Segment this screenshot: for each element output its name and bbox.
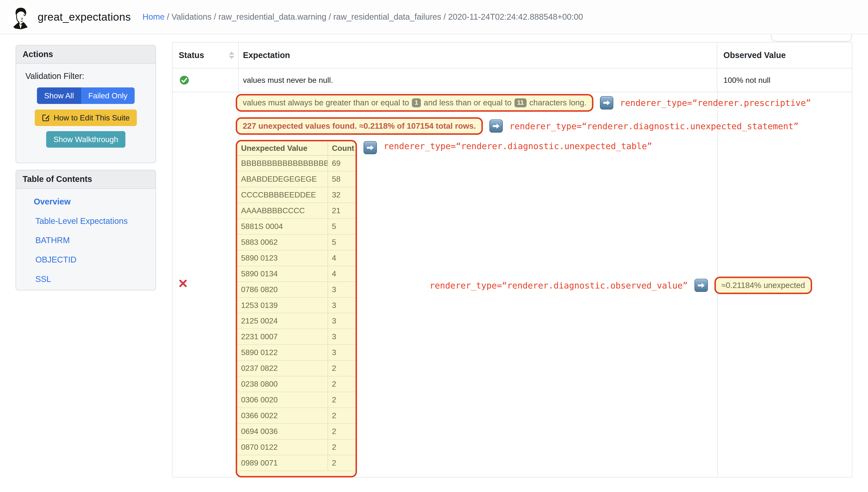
breadcrumb-home-link[interactable]: Home <box>142 12 165 21</box>
unexpected-table-row: 2231 0007 3 <box>237 329 355 345</box>
unexpected-table-annotation-line: Unexpected Value Count BBBBBBBBBBBBBBBBB… <box>236 140 652 477</box>
unexpected-table-row: 1253 0139 3 <box>237 298 355 314</box>
count-cell: 2 <box>328 376 355 392</box>
edit-suite-button[interactable]: How to Edit This Suite <box>35 109 137 126</box>
edit-suite-label: How to Edit This Suite <box>54 114 130 122</box>
unexpected-value-cell: 2231 0007 <box>237 329 328 344</box>
right-arrow-icon[interactable] <box>600 96 613 109</box>
count-cell: 5 <box>328 235 355 250</box>
count-cell: 58 <box>328 171 355 187</box>
unexpected-table-row: 5881S 0004 5 <box>237 219 355 235</box>
unexpected-table-row: 0237 0822 2 <box>237 361 355 376</box>
fail-x-icon <box>179 279 187 288</box>
toc-item[interactable]: Table-Level Expectations <box>36 217 156 225</box>
unexpected-table-row: CCCCBBBBEEDDEE 32 <box>237 187 355 203</box>
unexpected-values-table: Unexpected Value Count BBBBBBBBBBBBBBBBB… <box>236 140 357 477</box>
show-all-button[interactable]: Show All <box>37 88 81 104</box>
unexpected-table-row: 0694 0036 2 <box>237 424 355 440</box>
unexpected-value-cell: CCCCBBBBEEDDEE <box>237 187 328 202</box>
observed-value-annotation-line: renderer_type=“renderer.diagnostic.obser… <box>430 277 812 294</box>
validation-table: Status Expectation Observed Value values… <box>172 42 852 477</box>
toc-item[interactable]: BATHRM <box>36 236 156 244</box>
unexpected-value-cell: 0786 0820 <box>237 282 328 297</box>
renderer-statement-code: renderer_type=“renderer.diagnostic.unexp… <box>509 121 798 131</box>
unexpected-table-row: 2125 0024 3 <box>237 313 355 329</box>
failed-only-button[interactable]: Failed Only <box>81 88 135 104</box>
unexpected-table-body: BBBBBBBBBBBBBBBBB 69 ABABDEDEGEGEGE 58 C… <box>237 156 355 471</box>
unexpected-table-row: 5883 0062 5 <box>237 235 355 250</box>
count-cell: 2 <box>328 455 355 471</box>
breadcrumb: Home / Validations / raw_residential_dat… <box>142 12 583 22</box>
renderer-observed-code: renderer_type=“renderer.diagnostic.obser… <box>430 280 688 291</box>
actions-panel: Actions Validation Filter: Show All Fail… <box>16 45 156 164</box>
unexpected-table-row: 0870 0122 2 <box>237 440 355 455</box>
toc-item[interactable]: Overview <box>34 197 156 206</box>
prescriptive-annotation-line: values must always be greater than or eq… <box>236 94 811 112</box>
show-walkthrough-button[interactable]: Show Walkthrough <box>46 131 125 148</box>
unexpected-value-cell: 2125 0024 <box>237 313 328 328</box>
unexpected-value-cell: 0870 0122 <box>237 440 328 455</box>
renderer-table-code: renderer_type=“renderer.diagnostic.unexp… <box>383 141 652 151</box>
prescriptive-highlight-box: values must always be greater than or eq… <box>236 94 593 112</box>
unexpected-value-cell: 0306 0020 <box>237 392 328 408</box>
unexpected-table-row: 0786 0820 3 <box>237 282 355 298</box>
partially-visible-button[interactable] <box>771 34 852 42</box>
unexpected-table-row: ABABDEDEGEGEGE 58 <box>237 171 355 187</box>
unexpected-table-row: 0366 0022 2 <box>237 408 355 424</box>
page: great_expectations Home / Validations / … <box>0 0 868 492</box>
expectation-row-passed: values must never be null. 100% not null <box>172 69 852 92</box>
validation-filter-group: Show All Failed Only <box>37 88 135 104</box>
count-cell: 2 <box>328 408 355 423</box>
expectation-row-failed: values must always be greater than or eq… <box>172 92 852 477</box>
unexpected-value-column-header: Unexpected Value <box>237 141 328 155</box>
count-cell: 21 <box>328 203 355 218</box>
toc-item[interactable]: OBJECTID <box>36 255 156 264</box>
unexpected-value-cell: AAAABBBBCCCC <box>237 203 328 218</box>
toc-panel-title: Table of Contents <box>16 170 156 189</box>
observed-value-text: 100% not null <box>717 69 852 92</box>
max-length-badge: 11 <box>514 98 526 107</box>
toc-item[interactable]: SSL <box>36 275 156 283</box>
unexpected-value-cell: 0366 0022 <box>237 408 328 423</box>
renderer-prescriptive-code: renderer_type=“renderer.prescriptive” <box>620 98 811 108</box>
table-header-row: Status Expectation Observed Value <box>172 43 852 69</box>
unexpected-table-row: BBBBBBBBBBBBBBBBB 69 <box>237 156 355 171</box>
unexpected-value-cell: 5883 0062 <box>237 235 328 250</box>
unexpected-table-header: Unexpected Value Count <box>237 141 355 156</box>
count-column-header: Count <box>328 141 355 155</box>
unexpected-statement-annotation-line: 227 unexpected values found. ≈0.2118% of… <box>236 117 798 135</box>
count-cell: 2 <box>328 392 355 408</box>
count-cell: 4 <box>328 266 355 281</box>
toc-panel: Table of Contents Overview Table-Level E… <box>16 170 156 291</box>
unexpected-table-row: 0306 0020 2 <box>237 392 355 408</box>
unexpected-value-cell: 1253 0139 <box>237 298 328 313</box>
brand-title: great_expectations <box>38 11 131 23</box>
sort-arrows-icon[interactable] <box>229 51 234 59</box>
unexpected-table-row: 0989 0071 2 <box>237 455 355 471</box>
unexpected-value-cell: 5881S 0004 <box>237 219 328 234</box>
unexpected-value-cell: 0237 0822 <box>237 361 328 376</box>
expectation-column-header: Expectation <box>239 43 718 68</box>
count-cell: 2 <box>328 424 355 439</box>
validation-filter-label: Validation Filter: <box>25 71 156 81</box>
right-arrow-icon[interactable] <box>695 279 708 292</box>
breadcrumb-path: / Validations / raw_residential_data.war… <box>165 12 583 21</box>
unexpected-table-row: 5890 0123 4 <box>237 250 355 266</box>
right-arrow-icon[interactable] <box>489 120 503 133</box>
great-expectations-logo-icon <box>8 4 33 30</box>
count-cell: 4 <box>328 250 355 266</box>
expectation-text: values must never be null. <box>239 69 718 92</box>
count-cell: 69 <box>328 156 355 171</box>
right-arrow-icon[interactable] <box>363 141 377 154</box>
unexpected-value-cell: 5890 0123 <box>237 250 328 266</box>
count-cell: 3 <box>328 329 355 344</box>
unexpected-value-cell: 0238 0800 <box>237 376 328 392</box>
unexpected-statement-highlight-box: 227 unexpected values found. ≈0.2118% of… <box>236 117 483 135</box>
count-cell: 32 <box>328 187 355 202</box>
unexpected-value-cell: 5890 0134 <box>237 266 328 281</box>
unexpected-value-cell: ABABDEDEGEGEGE <box>237 171 328 187</box>
count-cell: 3 <box>328 345 355 360</box>
unexpected-value-cell: 0989 0071 <box>237 455 328 471</box>
status-column-header: Status <box>172 43 238 68</box>
unexpected-table-row: AAAABBBBCCCC 21 <box>237 203 355 219</box>
